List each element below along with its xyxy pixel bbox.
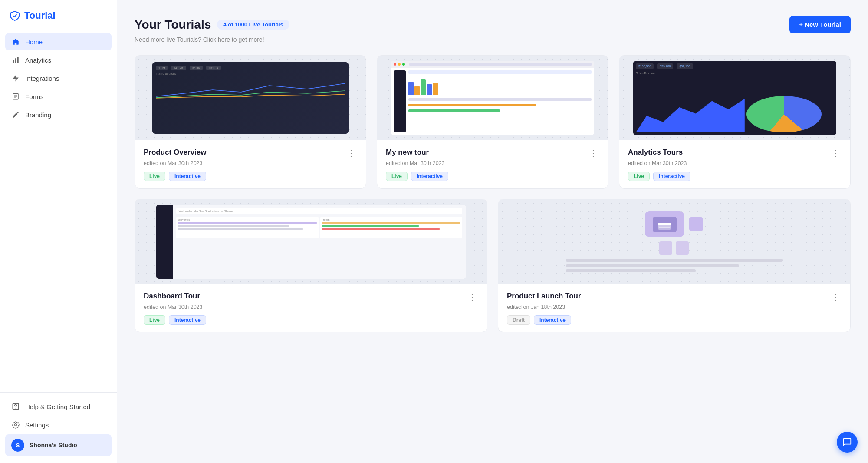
tag-draft: Draft [507,315,530,325]
sidebar-item-help[interactable]: Help & Getting Started [5,398,112,415]
card-tags: Live Interactive [386,172,599,181]
fin-mountain-chart [636,90,745,132]
card-body-product-overview: Product Overview ⋮ edited on Mar 30th 20… [135,140,366,188]
chat-icon [842,437,852,447]
tag-live: Live [144,172,165,181]
chat-button[interactable] [837,432,858,453]
page-header: Your Tourials 4 of 1000 Live Tourials + … [135,16,851,33]
help-icon [11,402,20,411]
card-title: Analytics Tours [628,148,683,157]
subtitle-text: Need more live Tourials? Click here to g… [135,36,264,43]
branding-icon [11,110,20,119]
card-title: My new tour [386,148,429,157]
tag-interactive: Interactive [534,315,571,325]
svg-rect-0 [13,60,14,63]
fin-pie-chart [746,96,822,132]
card-body-analytics-tours: Analytics Tours ⋮ edited on Mar 30th 202… [619,140,850,188]
sidebar-item-integrations-label: Integrations [25,75,59,82]
card-body-my-new-tour: My new tour ⋮ edited on Mar 30th 2023 Li… [377,140,608,188]
card-more-menu-button[interactable]: ⋮ [829,292,842,302]
sidebar-bottom: Help & Getting Started Settings S Shonna… [0,392,117,463]
card-thumbnail-product-launch-tour [498,199,850,284]
card-body-product-launch-tour: Product Launch Tour ⋮ edited on Jan 18th… [498,284,850,332]
settings-icon [11,420,20,429]
sidebar-item-integrations[interactable]: Integrations [5,69,112,87]
card-analytics-tours[interactable]: $152,998 $99,700 $32,100 Sales Revenue A… [619,55,851,189]
card-more-menu-button[interactable]: ⋮ [587,148,599,159]
svg-marker-3 [13,75,19,82]
sidebar: Tourial Home Analytics [0,0,117,463]
subtitle: Need more live Tourials? Click here to g… [135,36,851,43]
logo-icon [9,10,21,22]
cards-grid-row1: 1.0M $41.2K 36.0K 131.3K Traffic Sources [135,55,851,189]
sidebar-item-home[interactable]: Home [5,33,112,50]
card-tags: Live Interactive [628,172,842,181]
logo-text: Tourial [24,10,56,21]
forms-icon [11,92,20,101]
cards-grid-row2: Wednesday, May 3 — Good afternoon, Shonn… [135,199,851,332]
sidebar-item-settings[interactable]: Settings [5,416,112,433]
sidebar-item-home-label: Home [25,38,43,46]
card-product-overview[interactable]: 1.0M $41.2K 36.0K 131.3K Traffic Sources [135,55,366,189]
tag-interactive: Interactive [169,172,206,181]
card-dashboard-tour[interactable]: Wednesday, May 3 — Good afternoon, Shonn… [135,199,487,332]
sidebar-item-analytics-label: Analytics [25,56,51,64]
sidebar-item-analytics[interactable]: Analytics [5,51,112,69]
thumb-dashboard-visual: Wednesday, May 3 — Good afternoon, Shonn… [156,205,466,279]
svg-point-9 [15,408,16,409]
card-date: edited on Mar 30th 2023 [628,160,842,166]
svg-point-10 [15,424,17,426]
card-date: edited on Mar 30th 2023 [386,160,599,166]
thumb-finance-visual: $152,998 $99,700 $32,100 Sales Revenue [633,61,836,136]
card-title: Product Launch Tour [507,292,581,301]
svg-rect-1 [15,58,16,63]
card-thumbnail-my-new-tour [377,56,608,140]
thumb-product-tour-visual [391,61,594,136]
card-more-menu-button[interactable]: ⋮ [466,292,478,302]
card-title: Product Overview [144,148,207,157]
sidebar-item-settings-label: Settings [25,421,49,429]
integrations-icon [11,74,20,83]
nav-section: Home Analytics Integrations [0,30,117,392]
home-icon [11,37,20,46]
tag-live: Live [386,172,408,181]
card-more-menu-button[interactable]: ⋮ [345,148,357,159]
thumb-analytics-visual: 1.0M $41.2K 36.0K 131.3K Traffic Sources [152,62,349,134]
live-badge: 4 of 1000 Live Tourials [217,20,289,30]
logo: Tourial [0,0,117,30]
card-my-new-tour[interactable]: My new tour ⋮ edited on Mar 30th 2023 Li… [377,55,608,189]
card-product-launch-tour[interactable]: Product Launch Tour ⋮ edited on Jan 18th… [498,199,851,332]
sidebar-item-help-label: Help & Getting Started [25,403,90,410]
tag-live: Live [628,172,650,181]
thumb-launch-visual [519,205,829,279]
sidebar-item-forms-label: Forms [25,93,44,100]
card-title: Dashboard Tour [144,292,200,301]
sidebar-item-branding[interactable]: Branding [5,106,112,123]
card-date: edited on Mar 30th 2023 [144,304,478,310]
main-content: Your Tourials 4 of 1000 Live Tourials + … [117,0,868,463]
card-thumbnail-product-overview: 1.0M $41.2K 36.0K 131.3K Traffic Sources [135,56,366,140]
page-title-row: Your Tourials 4 of 1000 Live Tourials [135,18,289,32]
svg-rect-2 [17,57,19,63]
card-thumbnail-dashboard-tour: Wednesday, May 3 — Good afternoon, Shonn… [135,199,487,284]
card-more-menu-button[interactable]: ⋮ [829,148,842,159]
card-tags: Draft Interactive [507,315,842,325]
card-date: edited on Jan 18th 2023 [507,304,842,310]
user-name: Shonna's Studio [30,442,77,449]
analytics-icon [11,56,20,64]
card-body-dashboard-tour: Dashboard Tour ⋮ edited on Mar 30th 2023… [135,284,487,332]
sidebar-item-forms[interactable]: Forms [5,88,112,105]
tag-live: Live [144,315,165,325]
tag-interactive: Interactive [653,172,690,181]
new-tourial-button[interactable]: + New Tourial [789,16,851,33]
sidebar-item-branding-label: Branding [25,111,51,119]
user-profile[interactable]: S Shonna's Studio [5,434,112,456]
tag-interactive: Interactive [411,172,448,181]
card-thumbnail-analytics-tours: $152,998 $99,700 $32,100 Sales Revenue [619,56,850,140]
card-tags: Live Interactive [144,315,478,325]
page-title: Your Tourials [135,18,211,32]
card-tags: Live Interactive [144,172,357,181]
tag-interactive: Interactive [169,315,206,325]
card-date: edited on Mar 30th 2023 [144,160,357,166]
avatar: S [11,439,24,452]
